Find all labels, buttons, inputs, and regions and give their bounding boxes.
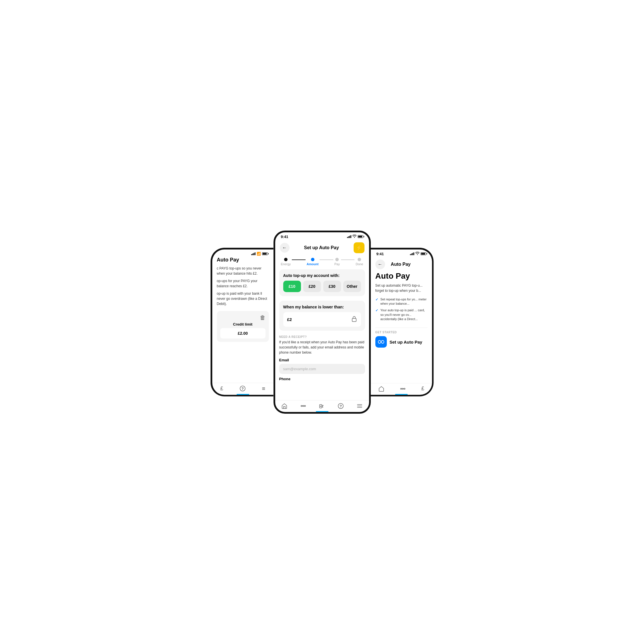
center-wifi-icon <box>352 235 356 239</box>
phone-label: Phone <box>279 377 365 381</box>
svg-point-5 <box>304 405 306 407</box>
step-pay-label: Pay <box>334 262 340 266</box>
check-item-1: ✓ Set repeat top-ups for yo... meter whe… <box>375 297 427 306</box>
step-energy-dot <box>284 258 288 261</box>
amount-other-button[interactable]: Other <box>343 281 361 292</box>
battery-icon <box>262 252 268 255</box>
check-item-2: ✓ Your auto top-up is paid ... card, so … <box>375 308 427 321</box>
center-header-title: Set up Auto Pay <box>304 245 339 250</box>
email-input[interactable]: sam@example.com <box>279 364 365 374</box>
lightning-button[interactable]: ⚡ <box>354 242 364 253</box>
step-indicator: Energy Amount Pay Done <box>275 255 369 267</box>
left-status-icons: 📶 <box>251 252 268 256</box>
svg-text:?: ? <box>241 387 244 391</box>
amount-section-title: Auto top-up my account with: <box>283 273 361 278</box>
svg-point-10 <box>402 388 403 389</box>
balance-value: £2 <box>287 317 292 322</box>
right-phone-content: Auto Pay Set up automatic PAYG top-u... … <box>371 272 432 383</box>
menu-icon <box>356 403 363 409</box>
amount-options: £10 £20 £30 Other <box>283 281 361 292</box>
step-line-3 <box>341 259 354 260</box>
left-nav-active-indicator <box>237 394 249 395</box>
left-status-bar: 📶 <box>212 249 274 257</box>
center-nav-usage[interactable] <box>300 403 306 409</box>
svg-rect-2 <box>352 318 356 322</box>
step-done: Done <box>356 258 363 266</box>
left-nav-menu[interactable]: ≡ <box>262 385 265 392</box>
right-usage-icon <box>400 386 406 392</box>
balance-section-title: When my balance is lower than: <box>283 305 361 309</box>
center-nav-bar: ? <box>275 400 369 412</box>
right-header-title: Auto Pay <box>391 262 411 267</box>
right-nav-account[interactable]: £ <box>421 386 424 392</box>
right-battery-icon <box>421 252 426 255</box>
right-checklist: ✓ Set repeat top-ups for yo... meter whe… <box>375 297 427 324</box>
account-icon <box>319 403 325 409</box>
amount-20-button[interactable]: £20 <box>303 281 321 292</box>
help-circle-icon: ? <box>338 403 344 409</box>
wifi-icon: 📶 <box>257 252 261 256</box>
center-nav-help[interactable]: ? <box>338 403 344 409</box>
get-started-label: GET STARTED <box>375 328 427 334</box>
center-phone: 9:41 ← Set up Auto Pay <box>274 231 371 414</box>
right-wifi-icon <box>415 252 419 256</box>
right-nav-usage[interactable] <box>400 386 406 392</box>
setup-btn-label: Set up Auto Pay <box>390 340 422 344</box>
scene: 📶 Auto Pay c PAYG top-ups so you never w… <box>171 219 474 425</box>
right-header: ← Auto Pay <box>371 257 432 272</box>
right-title: Auto Pay <box>375 272 427 281</box>
right-status-icons <box>410 252 426 256</box>
right-back-button[interactable]: ← <box>375 259 385 269</box>
infinity-svg <box>378 340 384 344</box>
svg-point-4 <box>303 405 304 407</box>
back-button[interactable]: ← <box>280 243 290 253</box>
left-phone-content: Auto Pay c PAYG top-ups so you never whe… <box>212 257 274 383</box>
step-line-1 <box>292 259 305 260</box>
left-nav-pound[interactable]: £ <box>220 386 223 392</box>
balance-card: When my balance is lower than: £2 <box>279 301 365 331</box>
trash-icon[interactable]: 🗑 <box>260 314 265 321</box>
center-nav-active-indicator <box>316 411 328 412</box>
center-status-bar: 9:41 <box>275 232 369 240</box>
infinity-icon <box>375 336 387 348</box>
right-nav-home[interactable] <box>378 386 385 392</box>
right-status-time: 9:41 <box>377 252 384 256</box>
amount-30-button[interactable]: £30 <box>323 281 341 292</box>
receipt-section: NEED A RECEIPT? If you'd like a receipt … <box>275 333 369 383</box>
setup-auto-pay-button[interactable]: Set up Auto Pay <box>375 336 427 348</box>
amount-card: Auto top-up my account with: £10 £20 £30… <box>279 269 365 296</box>
left-title: Auto Pay <box>217 257 269 263</box>
step-done-dot <box>358 258 361 261</box>
center-nav-menu[interactable] <box>356 403 363 409</box>
check-icon-2: ✓ <box>375 308 378 321</box>
center-nav-home[interactable] <box>281 403 288 409</box>
center-header: ← Set up Auto Pay ⚡ <box>275 240 369 255</box>
step-line-2 <box>320 259 333 260</box>
lock-icon <box>351 316 357 323</box>
receipt-heading: NEED A RECEIPT? <box>279 335 365 338</box>
receipt-text: If you'd like a receipt when your Auto P… <box>279 340 365 355</box>
step-amount: Amount <box>307 258 319 266</box>
center-status-icons <box>347 235 363 239</box>
home-icon <box>281 403 288 409</box>
right-nav-bar: £ <box>371 383 432 395</box>
step-energy: Energy <box>281 258 291 266</box>
center-nav-account[interactable] <box>319 403 325 409</box>
credit-limit-label: Credit limit <box>220 322 265 326</box>
step-pay-dot <box>335 258 339 261</box>
center-signal-icon <box>347 235 351 238</box>
svg-point-3 <box>301 405 302 407</box>
right-nav-active-indicator <box>395 394 408 395</box>
step-amount-dot <box>311 258 314 261</box>
step-pay: Pay <box>334 258 340 266</box>
svg-point-11 <box>404 388 405 389</box>
left-description-1: c PAYG top-ups so you never when your ba… <box>217 266 269 276</box>
right-status-bar: 9:41 <box>371 249 432 257</box>
left-nav-help[interactable]: ? <box>239 385 246 392</box>
left-description-2: op-ups for your PAYG your balance reache… <box>217 278 269 289</box>
balance-row: £2 <box>283 312 361 327</box>
center-battery-icon <box>358 235 363 238</box>
left-credit-card: 🗑 Credit limit £2.00 <box>217 311 269 342</box>
amount-10-button[interactable]: £10 <box>283 281 301 292</box>
svg-point-9 <box>401 388 402 389</box>
